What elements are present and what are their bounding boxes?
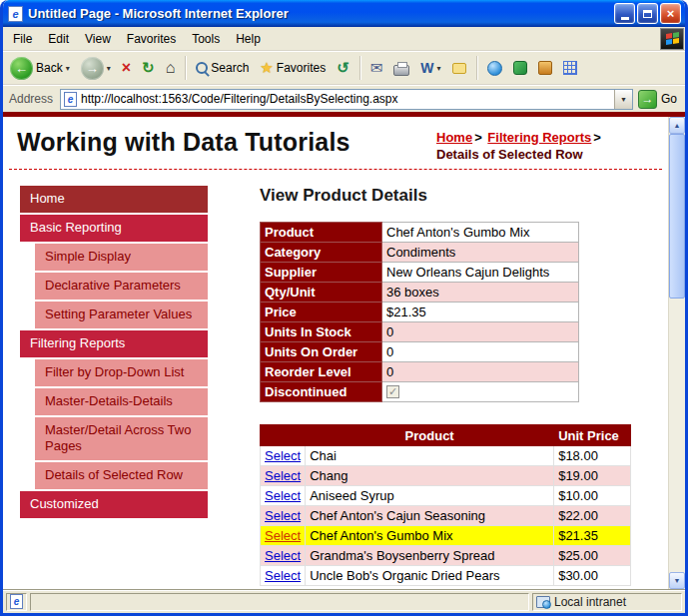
home-button[interactable]: ⌂ [163,57,179,79]
favorites-star-icon: ★ [260,59,273,77]
scroll-down-button[interactable]: ▼ [669,572,685,589]
breadcrumb: Home> Filtering Reports> Details of Sele… [436,129,656,163]
menu-tools[interactable]: Tools [184,28,228,50]
forward-button[interactable]: → ▾ [78,55,114,82]
product-name: Chef Anton's Cajun Seasoning [306,506,554,526]
select-link[interactable]: Select [265,548,301,563]
close-button[interactable]: × [660,3,681,24]
minimize-button[interactable] [614,3,635,24]
select-link[interactable]: Select [265,488,301,503]
address-label: Address [7,92,55,106]
sidebar-item-declarative-parameters[interactable]: Declarative Parameters [35,273,208,300]
messenger-button[interactable] [484,59,505,78]
history-button[interactable]: ↺ [334,57,352,79]
minimize-icon [621,17,629,20]
column-header-product: Product [306,425,554,446]
scroll-up-button[interactable]: ▲ [669,117,685,134]
mail-button[interactable]: ✉ [367,57,386,79]
search-button[interactable]: Search [193,59,252,77]
menu-help[interactable]: Help [228,28,269,50]
address-page-icon: e [64,92,77,107]
details-row: Reorder Level 0 [261,362,579,382]
window-title: Untitled Page - Microsoft Internet Explo… [28,6,609,21]
favorites-button[interactable]: ★ Favorites [257,57,329,79]
edit-button[interactable]: W ▾ [417,58,443,78]
details-value: $21.35 [382,303,579,322]
edit-dropdown-icon[interactable]: ▾ [437,64,441,73]
scrollbar-track[interactable] [669,134,685,572]
menu-view[interactable]: View [77,28,119,50]
details-row: Supplier New Orleans Cajun Delights [261,263,579,283]
details-label: Units In Stock [261,322,382,342]
product-name: Uncle Bob's Organic Dried Pears [306,566,554,586]
details-value: Condiments [382,243,579,263]
titlebar: e Untitled Page - Microsoft Internet Exp… [3,0,685,27]
product-price: $22.00 [554,506,631,526]
forward-dropdown-icon[interactable]: ▾ [107,64,111,73]
sidebar-item-basic-reporting[interactable]: Basic Reporting [20,215,208,242]
details-value: 0 [382,342,579,362]
details-row: Product Chef Anton's Gumbo Mix [261,223,579,243]
discuss-button[interactable] [449,61,469,76]
back-button[interactable]: ← Back ▾ [7,55,73,82]
go-button[interactable]: → Go [638,90,681,109]
dashed-divider [9,169,662,170]
back-label: Back [36,61,63,75]
scrollbar-thumb[interactable] [669,134,685,299]
menu-file[interactable]: File [5,28,40,50]
sidebar-item-setting-parameter-values[interactable]: Setting Parameter Values [35,302,208,328]
toolbar-separator [359,56,360,80]
research-button[interactable] [535,59,555,77]
stop-button[interactable]: × [119,57,134,79]
sidebar-item-customized[interactable]: Customized [20,491,208,518]
select-link[interactable]: Select [265,528,301,543]
discontinued-checkbox-disabled: ✓ [386,385,399,398]
discuss-icon [452,63,466,74]
check-icon: ✓ [388,386,397,397]
vertical-scrollbar[interactable]: ▲ ▼ [668,117,685,589]
product-row: Select Grandma's Boysenberry Spread $25.… [261,546,631,566]
breadcrumb-section-link[interactable]: Filtering Reports [487,130,591,145]
toolbar-separator [185,56,186,80]
product-row-selected: Select Chef Anton's Gumbo Mix $21.35 [261,526,631,546]
sidebar-item-home[interactable]: Home [20,186,208,213]
select-link[interactable]: Select [265,468,301,483]
address-dropdown-button[interactable]: ▼ [614,90,632,109]
page-viewport: Working with Data Tutorials Home> Filter… [3,117,685,589]
select-link[interactable]: Select [265,448,301,463]
links-grid-button[interactable] [560,59,580,77]
search-icon [196,62,208,74]
select-link[interactable]: Select [265,568,301,583]
sidebar-item-simple-display[interactable]: Simple Display [35,244,208,271]
status-icon-cell: e [6,593,27,611]
sidebar-item-filtering-reports[interactable]: Filtering Reports [20,330,208,357]
statusbar: e Local intranet [3,589,685,613]
breadcrumb-home-link[interactable]: Home [436,130,472,145]
refresh-button[interactable]: ↻ [139,57,158,79]
details-row: Qty/Unit 36 boxes [261,283,579,303]
print-button[interactable] [390,59,412,78]
maximize-button[interactable] [637,3,658,24]
research-icon [538,61,552,75]
sidebar-item-master-details-details[interactable]: Master-Details-Details [35,388,208,415]
page-content: Working with Data Tutorials Home> Filter… [3,117,668,589]
status-message-cell [30,593,529,611]
sidebar-item-filter-by-dropdown-list[interactable]: Filter by Drop-Down List [35,359,208,386]
details-label: Supplier [261,263,382,283]
sidebar-item-master-detail-across-two-pages[interactable]: Master/Detail Across Two Pages [35,417,208,460]
im-button[interactable] [510,59,530,77]
sidebar-item-details-of-selected-row[interactable]: Details of Selected Row [35,462,208,489]
details-row: Units On Order 0 [261,342,579,362]
mail-icon: ✉ [370,59,383,77]
menu-edit[interactable]: Edit [40,28,77,50]
column-header-unit-price: Unit Price [554,425,631,446]
select-link[interactable]: Select [265,508,301,523]
address-input[interactable] [81,91,610,108]
toolbar-separator [476,56,477,80]
back-dropdown-icon[interactable]: ▾ [66,64,70,73]
product-details-view: Product Chef Anton's Gumbo Mix Category … [260,222,579,402]
column-header-select [261,425,306,446]
standard-buttons-toolbar: ← Back ▾ → ▾ × ↻ ⌂ Search ★ Favorites ↺ … [3,51,685,85]
refresh-icon: ↻ [142,59,155,77]
menu-favorites[interactable]: Favorites [119,28,184,50]
